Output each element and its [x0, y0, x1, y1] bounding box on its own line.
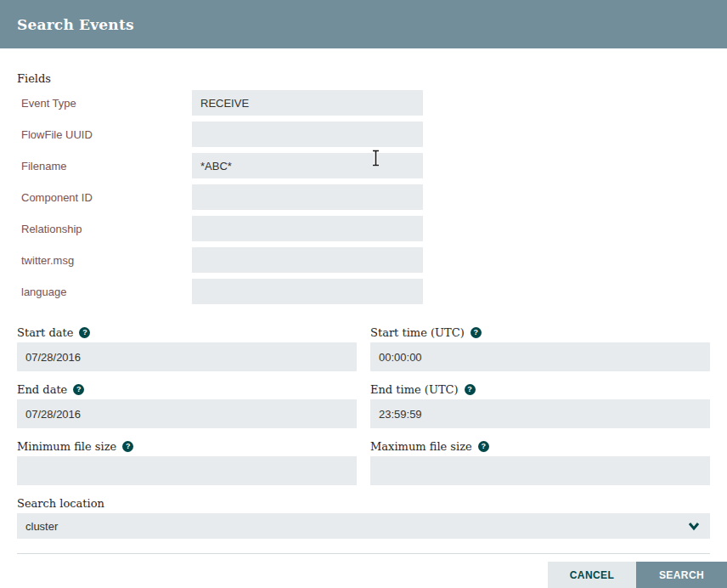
start-time-group: Start time (UTC) ? — [370, 326, 710, 371]
field-label-component-id: Component ID — [17, 191, 192, 204]
field-label-relationship: Relationship — [17, 223, 192, 235]
min-file-size-group: Minimum file size ? — [17, 440, 357, 485]
field-row-language: language — [17, 279, 710, 304]
end-date-input[interactable] — [17, 399, 357, 428]
min-file-size-input[interactable] — [17, 456, 357, 485]
end-date-label: End date — [17, 383, 67, 396]
start-time-label: Start time (UTC) — [370, 326, 465, 339]
search-location-label: Search location — [17, 497, 104, 510]
dialog-content: Fields Event Type FlowFile UUID Filename… — [0, 72, 727, 554]
component-id-input[interactable] — [192, 184, 423, 210]
end-time-label: End time (UTC) — [370, 383, 459, 396]
field-row-component-id: Component ID — [17, 184, 710, 210]
min-file-size-label: Minimum file size — [17, 440, 116, 453]
end-time-input[interactable] — [370, 399, 710, 428]
field-label-filename: Filename — [17, 160, 192, 172]
event-type-input[interactable] — [192, 90, 423, 116]
question-circle-icon[interactable]: ? — [471, 327, 482, 338]
start-date-label: Start date — [17, 326, 73, 339]
search-events-dialog: Search Events Fields Event Type FlowFile… — [0, 0, 727, 588]
search-button[interactable]: SEARCH — [636, 562, 727, 588]
max-file-size-label-row: Maximum file size ? — [370, 440, 710, 453]
field-label-twitter-msg: twitter.msg — [17, 254, 192, 267]
start-time-label-row: Start time (UTC) ? — [370, 326, 710, 339]
max-file-size-group: Maximum file size ? — [370, 440, 710, 485]
dialog-title: Search Events — [17, 16, 134, 33]
filename-input[interactable] — [192, 153, 423, 178]
chevron-down-icon[interactable] — [688, 521, 700, 534]
field-label-language: language — [17, 286, 192, 298]
question-circle-icon[interactable]: ? — [73, 384, 84, 395]
start-date-group: Start date ? — [17, 326, 357, 371]
question-circle-icon[interactable]: ? — [79, 327, 90, 338]
end-date-group: End date ? — [17, 383, 357, 428]
field-label-event-type: Event Type — [17, 97, 192, 110]
end-row: End date ? End time (UTC) ? — [17, 383, 710, 428]
max-file-size-input[interactable] — [370, 456, 710, 485]
language-input[interactable] — [192, 279, 423, 304]
cancel-button[interactable]: CANCEL — [548, 562, 636, 588]
dialog-header: Search Events — [0, 0, 727, 48]
max-file-size-label: Maximum file size — [370, 440, 472, 453]
fields-heading: Fields — [17, 72, 710, 85]
end-time-label-row: End time (UTC) ? — [370, 383, 710, 396]
field-row-event-type: Event Type — [17, 90, 710, 116]
question-circle-icon[interactable]: ? — [465, 384, 476, 395]
start-date-input[interactable] — [17, 342, 357, 371]
relationship-input[interactable] — [192, 216, 423, 241]
search-location-group: Search location cluster — [17, 497, 710, 539]
flowfile-uuid-input[interactable] — [192, 122, 423, 147]
question-circle-icon[interactable]: ? — [478, 441, 489, 452]
field-row-twitter-msg: twitter.msg — [17, 247, 710, 273]
search-location-label-row: Search location — [17, 497, 710, 510]
twitter-msg-input[interactable] — [192, 247, 423, 273]
min-file-size-label-row: Minimum file size ? — [17, 440, 357, 453]
footer-divider — [17, 553, 710, 554]
start-time-input[interactable] — [370, 342, 710, 371]
field-row-flowfile-uuid: FlowFile UUID — [17, 122, 710, 147]
question-circle-icon[interactable]: ? — [122, 441, 133, 452]
field-label-flowfile-uuid: FlowFile UUID — [17, 128, 192, 141]
search-location-value: cluster — [25, 520, 58, 533]
file-size-row: Minimum file size ? Maximum file size ? — [17, 440, 710, 485]
end-time-group: End time (UTC) ? — [370, 383, 710, 428]
start-row: Start date ? Start time (UTC) ? — [17, 326, 710, 371]
end-date-label-row: End date ? — [17, 383, 357, 396]
field-row-relationship: Relationship — [17, 216, 710, 241]
field-row-filename: Filename — [17, 153, 710, 178]
button-bar: CANCEL SEARCH — [548, 562, 727, 588]
start-date-label-row: Start date ? — [17, 326, 357, 339]
search-location-select[interactable]: cluster — [17, 513, 710, 539]
